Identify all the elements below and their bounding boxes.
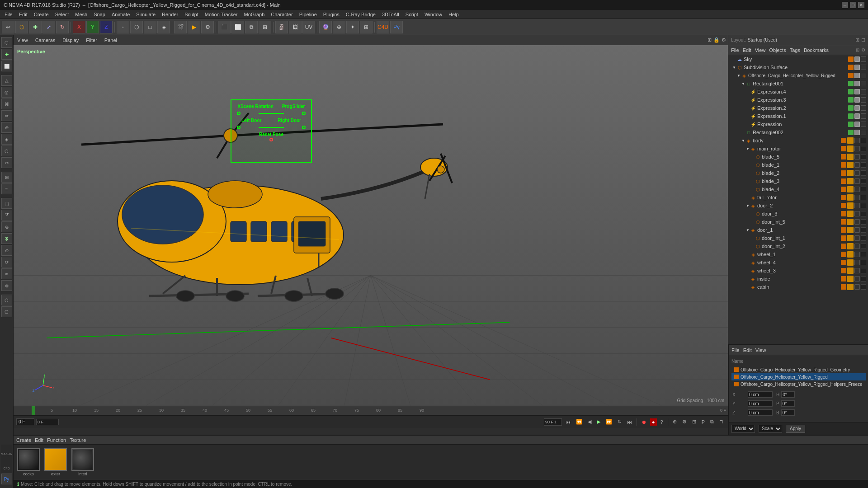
menu-animate[interactable]: Animate (109, 11, 132, 18)
tree-item-blade1[interactable]: ⬡ blade_1 (728, 161, 868, 169)
menu-help[interactable]: Help (446, 11, 462, 18)
coord-x-input[interactable] (748, 391, 773, 398)
tree-item-door2[interactable]: ▼ ◈ door_2 (728, 202, 868, 210)
tool-3[interactable]: △ (1, 75, 12, 86)
menu-window[interactable]: Window (422, 11, 445, 18)
tree-item-sky[interactable]: ☁ Sky (728, 55, 868, 63)
mat-menu-create[interactable]: Create (16, 437, 31, 443)
tree-arrow-expr2[interactable] (745, 106, 750, 110)
tl-options-4[interactable]: P (700, 418, 707, 426)
tool-4[interactable]: ◎ (1, 87, 12, 98)
tool-7[interactable]: ⊕ (1, 122, 12, 133)
timeline-playhead-marker[interactable] (32, 406, 35, 415)
tree-item-expr3[interactable]: ⚡ Expression.3 (728, 96, 868, 104)
tool-16[interactable]: $ (1, 233, 12, 244)
coord-p-input[interactable] (781, 400, 795, 407)
om-menu-bookmarks[interactable]: Bookmarks (804, 47, 829, 53)
mat-menu-function[interactable]: Function (47, 437, 66, 443)
tool-17[interactable]: ⊙ (1, 245, 12, 256)
rect001-badge-2[interactable] (854, 81, 860, 86)
tree-arrow-expr[interactable] (745, 122, 750, 127)
tree-item-body[interactable]: ▼ ◈ body (728, 136, 868, 145)
tool-move[interactable]: ✚ (1, 49, 12, 60)
om-icon-2[interactable]: ⚙ (861, 47, 865, 52)
tree-item-blade5[interactable]: ⬡ blade_5 (728, 153, 868, 161)
cinema4d-btn[interactable]: C4D (377, 21, 389, 33)
tree-item-subdivision[interactable]: ▼ ⬡ Subdivision Surface (728, 63, 868, 71)
layout-btn-4[interactable]: ⊞ (259, 21, 271, 33)
menu-file[interactable]: File (2, 11, 15, 18)
grid-btn[interactable]: ⊞ (360, 21, 373, 33)
frame-rate-display[interactable]: 0 F (36, 419, 59, 425)
rotate-button[interactable]: ↻ (56, 21, 69, 33)
om-menu-tags[interactable]: Tags (790, 47, 800, 53)
world-dropdown[interactable]: World (731, 425, 755, 433)
polygons-mode-btn[interactable]: □ (144, 21, 156, 33)
menu-3dtoall[interactable]: 3DToAll (379, 11, 402, 18)
scale-dropdown[interactable]: Scale (759, 425, 782, 433)
material-interior[interactable]: interi (71, 448, 94, 476)
x-axis-btn[interactable]: X (73, 21, 85, 33)
menu-motion-tracker[interactable]: Motion Tracker (202, 11, 241, 18)
tree-item-main-rotor[interactable]: ▼ ◈ main_rotor (728, 145, 868, 153)
tree-arrow-expr1[interactable] (745, 114, 750, 118)
menu-select[interactable]: Select (52, 11, 72, 18)
tree-arrow-rect001[interactable]: ▼ (741, 81, 745, 86)
tool-14[interactable]: ⧩ (1, 210, 12, 221)
apply-button[interactable]: Apply (786, 425, 805, 433)
tool-9[interactable]: ⬡ (1, 145, 12, 156)
rig-control-overlay[interactable]: XScene Rotation ProgSlider Left Door Rig… (231, 99, 312, 163)
vp-menu-cameras[interactable]: Cameras (33, 38, 57, 43)
tool-13[interactable]: ⬚ (1, 198, 12, 209)
tool-22[interactable]: ⎔ (1, 306, 12, 317)
tool-5[interactable]: ⌘ (1, 99, 12, 109)
tree-item-door1[interactable]: ▼ ◈ door_1 (728, 226, 868, 234)
tree-item-wheel4[interactable]: ◈ wheel_4 (728, 258, 868, 267)
menu-c-ray[interactable]: C-Ray Bridge (343, 11, 378, 18)
tree-item-door3[interactable]: ⬡ door_3 (728, 210, 868, 218)
render-view-btn[interactable]: 🎬 (174, 21, 187, 33)
tree-arrow-expr3[interactable] (745, 98, 750, 102)
tree-item-rect001[interactable]: ▼ □ Rectangle001 (728, 80, 868, 88)
tl-options-6[interactable]: ⊓ (717, 418, 725, 426)
rig-node-1[interactable] (237, 112, 241, 115)
goto-end-button[interactable]: ⏭ (625, 418, 634, 426)
scale-button[interactable]: ⤢ (42, 21, 55, 33)
object-mode-btn[interactable]: ◈ (157, 21, 170, 33)
tree-item-tail-rotor[interactable]: ◈ tail_rotor (728, 193, 868, 202)
subd-badge-3[interactable] (861, 65, 866, 70)
menu-script[interactable]: Script (403, 11, 421, 18)
play-button[interactable]: ▶ (595, 418, 602, 426)
tool-11[interactable]: ⊞ (1, 172, 12, 183)
record-stop-button[interactable]: ● (650, 418, 657, 426)
heli-badge-2[interactable] (854, 73, 860, 78)
menu-mesh[interactable]: Mesh (72, 11, 90, 18)
fps-field[interactable]: 90 F 1 (544, 418, 562, 426)
subd-badge-2[interactable] (854, 65, 860, 70)
tool-12[interactable]: ≡ (1, 183, 12, 194)
tree-item-blade3[interactable]: ⬡ blade_3 (728, 177, 868, 185)
render-settings-btn[interactable]: ⚙ (201, 21, 214, 33)
tree-arrow-expr4[interactable] (745, 89, 750, 94)
points-mode-btn[interactable]: ◦ (117, 21, 129, 33)
menu-sculpt[interactable]: Sculpt (182, 11, 201, 18)
goto-start-button[interactable]: ⏮ (564, 418, 572, 426)
keyframe-button[interactable]: ? (659, 418, 665, 426)
asset-list[interactable]: Offshore_Cargo_Helicopter_Yellow_Rigged_… (731, 365, 866, 389)
current-frame-display[interactable]: 0 F (16, 418, 34, 425)
python-btn[interactable]: Py (390, 21, 403, 33)
om-menu-edit[interactable]: Edit (743, 47, 751, 53)
tl-options-1[interactable]: ⊕ (671, 418, 679, 426)
vp-menu-panel[interactable]: Panel (103, 38, 119, 43)
tree-item-rect002[interactable]: □ Rectangle002 (728, 128, 868, 136)
menu-snap[interactable]: Snap (91, 11, 108, 18)
rig-node-4[interactable] (302, 126, 306, 129)
tool-select[interactable]: ⬡ (1, 37, 12, 48)
step-back-button[interactable]: ⏪ (574, 418, 584, 426)
maximize-button[interactable]: □ (850, 2, 856, 8)
tl-options-2[interactable]: ⚙ (680, 418, 689, 426)
sculpt-btn[interactable]: 🗿 (275, 21, 288, 33)
menu-plugins[interactable]: Plugins (321, 11, 342, 18)
interior-swatch[interactable] (71, 448, 94, 471)
tree-item-expr4[interactable]: ⚡ Expression.4 (728, 88, 868, 96)
